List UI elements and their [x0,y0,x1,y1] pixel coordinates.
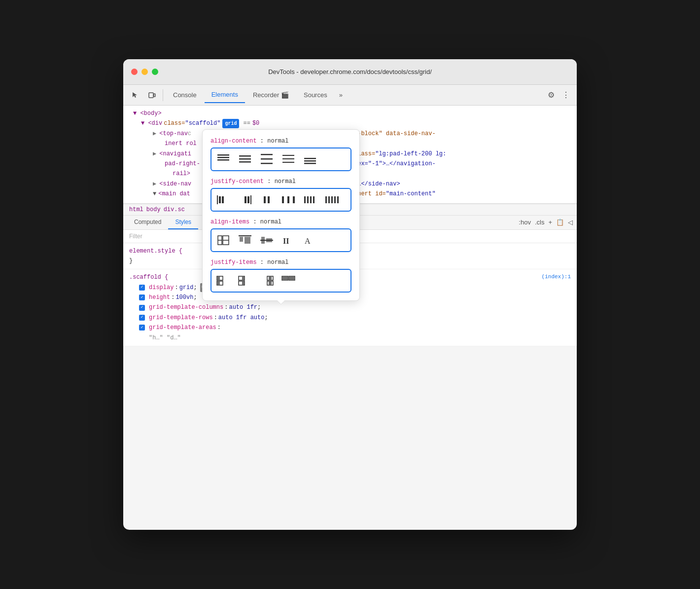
align-content-center[interactable] [235,150,255,168]
tab-computed[interactable]: Computed [127,216,168,229]
svg-rect-9 [261,158,273,160]
svg-text:A: A [305,237,311,245]
css-checkbox-gta[interactable]: ✓ [139,325,145,331]
file-reference[interactable]: (index):1 [542,272,571,282]
justify-items-group: justify-items : normal [210,259,351,293]
justify-items-buttons [210,269,351,293]
ai-baseline[interactable]: II [279,231,298,249]
ai-start[interactable] [235,231,255,249]
svg-rect-15 [304,160,316,162]
justify-items-prop: justify-items [210,259,257,266]
tab-console[interactable]: Console [166,87,204,103]
svg-rect-8 [261,154,273,155]
copy-styles-icon[interactable]: 📋 [556,219,564,226]
cursor-icon[interactable] [127,87,143,103]
css-selector: element.style { [129,248,182,255]
tab-more-button[interactable]: » [335,88,347,102]
svg-rect-30 [310,196,312,203]
justify-content-group: justify-content : normal [210,178,351,212]
svg-rect-33 [328,196,330,203]
svg-rect-32 [325,196,327,203]
align-content-start[interactable] [213,150,233,168]
window-title: DevTools - developer.chrome.com/docs/dev… [268,68,432,75]
svg-rect-24 [268,196,270,203]
svg-rect-64 [289,277,294,280]
svg-rect-52 [217,282,220,285]
justify-content-buttons [210,188,351,212]
settings-icon[interactable]: ⚙ [544,88,558,102]
css-checkbox-height[interactable]: ✓ [139,294,145,300]
ji-end[interactable] [235,272,255,290]
svg-rect-16 [304,163,316,164]
cls-button[interactable]: .cls [535,219,545,226]
ai-normal[interactable] [213,231,233,249]
svg-rect-0 [149,93,153,98]
ai-center[interactable] [257,231,277,249]
svg-rect-46 [266,238,272,242]
ji-center[interactable] [257,272,277,290]
tab-elements[interactable]: Elements [205,87,245,103]
svg-rect-56 [242,282,244,285]
more-options-icon[interactable]: ⋮ [559,88,573,102]
svg-rect-29 [307,196,309,203]
svg-rect-27 [293,196,295,203]
css-selector: .scaffold { [129,274,168,281]
maximize-button[interactable] [152,69,158,75]
svg-rect-21 [245,196,246,203]
minimize-button[interactable] [141,69,148,75]
css-checkbox-display[interactable]: ✓ [139,285,145,291]
jc-end[interactable] [235,191,255,209]
svg-rect-63 [282,277,287,280]
tab-sources[interactable]: Sources [297,87,334,103]
css-property-grid-template-rows: ✓ grid-template-rows : auto 1fr auto ; [129,313,571,323]
svg-rect-2 [217,154,229,156]
jc-space-around[interactable] [300,191,320,209]
close-button[interactable] [131,69,138,75]
jc-center[interactable] [257,191,277,209]
breadcrumb-item[interactable]: html [129,206,143,213]
css-property-grid-template-areas: ✓ grid-template-areas : [129,323,571,332]
svg-rect-1 [154,94,155,97]
svg-rect-31 [313,196,315,203]
ai-stretch[interactable]: A [300,231,320,249]
svg-text:II: II [283,237,289,245]
hov-button[interactable]: :hov [519,219,531,226]
svg-rect-59 [269,277,272,280]
svg-rect-3 [217,157,229,158]
breadcrumb-item[interactable]: div.sc [164,206,185,213]
svg-rect-34 [331,196,333,203]
jc-space-evenly[interactable] [322,191,342,209]
titlebar: DevTools - developer.chrome.com/docs/dev… [123,59,577,85]
svg-rect-4 [217,159,229,161]
css-areas-value: "h…" "d…" [129,333,571,343]
css-checkbox-gtr[interactable]: ✓ [139,315,145,321]
dom-right: y-block" data-side-nav- class="lg:pad-le… [354,129,571,199]
jc-space-between[interactable] [279,191,298,209]
device-icon[interactable] [144,87,160,103]
align-content-end[interactable] [300,150,320,168]
ji-stretch[interactable] [279,272,298,290]
align-content-space-between[interactable] [257,150,277,168]
svg-rect-25 [282,196,284,203]
svg-rect-22 [247,196,249,203]
jc-start[interactable] [213,191,233,209]
svg-rect-6 [239,158,251,160]
svg-rect-36 [337,196,339,203]
svg-rect-60 [269,282,272,285]
svg-rect-12 [282,158,294,159]
align-content-space-around[interactable] [279,150,298,168]
svg-rect-35 [334,196,336,203]
breadcrumb-item[interactable]: body [146,206,161,213]
grid-badge[interactable]: grid [222,119,239,128]
toggle-sidebar-icon[interactable]: ◁ [568,219,573,226]
css-checkbox-gtc[interactable]: ✓ [139,305,145,311]
css-property-grid-template-columns: ✓ grid-template-columns : auto 1fr ; [129,302,571,312]
svg-rect-17 [217,195,218,204]
svg-rect-18 [219,196,221,203]
tab-styles[interactable]: Styles [168,216,198,229]
align-content-prop: align-content [210,138,257,145]
ji-start[interactable] [213,272,233,290]
add-style-button[interactable]: + [548,219,552,226]
tab-recorder[interactable]: Recorder 🎬 [246,87,296,103]
align-content-value: normal [267,138,288,145]
